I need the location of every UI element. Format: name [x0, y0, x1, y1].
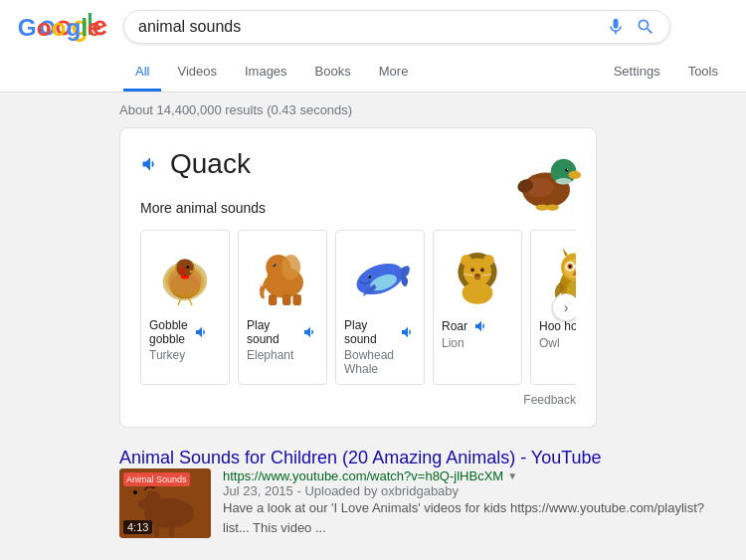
speaker-icon-lion[interactable]: [473, 318, 489, 334]
lion-image: [443, 241, 512, 310]
knowledge-card: Quack More animal sounds: [119, 127, 597, 428]
duck-image: [506, 138, 586, 218]
speaker-icon-elephant[interactable]: [302, 324, 318, 340]
speaker-icon-main[interactable]: [140, 154, 160, 174]
result-item-1: Animal Sounds for Children (20 Amazing A…: [119, 448, 716, 538]
svg-point-39: [463, 281, 493, 303]
svg-point-27: [273, 264, 274, 265]
thumb-site-label: Animal Sounds: [123, 472, 190, 486]
animal-card-whale[interactable]: Play sound Bowhead Whale: [335, 230, 425, 385]
result-with-thumb-1: Animal Sounds 4:13 https://www.youtube.c…: [119, 468, 716, 538]
svg-point-3: [568, 171, 581, 179]
svg-point-7: [567, 169, 568, 170]
tab-settings[interactable]: Settings: [602, 54, 672, 92]
animal-card-lion[interactable]: Roar Lion: [433, 230, 522, 385]
svg-point-16: [177, 261, 194, 278]
svg-point-38: [483, 255, 494, 266]
tab-books[interactable]: Books: [303, 54, 363, 92]
svg-rect-30: [293, 294, 301, 305]
svg-point-25: [281, 255, 301, 280]
result-thumb-1[interactable]: Animal Sounds 4:13: [119, 468, 211, 538]
result-title-1: Animal Sounds for Children (20 Amazing A…: [119, 448, 716, 468]
search-bar[interactable]: [123, 10, 670, 44]
svg-point-43: [481, 269, 483, 271]
tab-tools[interactable]: Tools: [676, 54, 730, 92]
elephant-name: Elephant: [247, 348, 318, 362]
owl-sound: Hoo hoo: [539, 319, 576, 333]
dropdown-arrow-1[interactable]: ▼: [507, 470, 517, 481]
svg-point-44: [474, 274, 480, 278]
svg-rect-29: [282, 294, 290, 305]
result-snippet-1: Have a look at our 'I Love Animals' vide…: [223, 498, 716, 537]
speaker-icon-whale[interactable]: [400, 324, 416, 340]
elephant-sound: Play sound: [247, 318, 296, 346]
tab-videos[interactable]: Videos: [165, 54, 229, 92]
svg-marker-49: [562, 248, 568, 256]
elephant-sound-row: Play sound: [247, 318, 318, 346]
animal-card-elephant[interactable]: Play sound Elephant: [238, 230, 327, 385]
svg-point-4: [556, 178, 572, 184]
svg-point-10: [546, 204, 559, 210]
next-button[interactable]: ›: [552, 293, 576, 321]
svg-point-19: [186, 266, 189, 269]
main-sound-label: Quack: [170, 148, 251, 180]
owl-name: Owl: [539, 336, 576, 350]
tab-more[interactable]: More: [367, 54, 421, 92]
svg-point-42: [471, 269, 473, 271]
svg-rect-65: [169, 525, 174, 537]
svg-rect-28: [269, 294, 277, 305]
lion-sound: Roar: [442, 319, 467, 333]
result-url-1: https://www.youtube.com/watch?v=h8Q-jlHB…: [223, 468, 716, 483]
speaker-icon-turkey[interactable]: [194, 324, 210, 340]
svg-point-34: [368, 276, 369, 277]
svg-rect-64: [154, 525, 159, 537]
search-results: Animal Sounds for Children (20 Amazing A…: [119, 448, 716, 560]
mic-icon[interactable]: [606, 17, 626, 37]
elephant-image: [248, 241, 317, 310]
nav-tabs: All Videos Images Books More Settings To…: [16, 54, 730, 92]
search-input[interactable]: [138, 18, 598, 36]
svg-point-26: [273, 264, 277, 268]
tab-images[interactable]: Images: [233, 54, 299, 92]
whale-sound: Play sound: [344, 318, 394, 346]
svg-point-66: [133, 490, 137, 494]
result-link-1[interactable]: Animal Sounds for Children (20 Amazing A…: [119, 448, 602, 467]
results-count: About 14,400,000 results (0.43 seconds): [0, 93, 746, 127]
animal-card-turkey[interactable]: Gobblegobble Turkey: [140, 230, 230, 385]
animals-grid: Gobblegobble Turkey: [140, 230, 576, 385]
content: Quack More animal sounds: [0, 127, 746, 560]
lion-sound-row: Roar: [442, 318, 513, 334]
whale-sound-row: Play sound: [344, 318, 416, 346]
lion-name: Lion: [442, 336, 513, 350]
svg-point-37: [461, 255, 471, 266]
svg-point-56: [569, 266, 572, 269]
result-meta-1: Jul 23, 2015 - Uploaded by oxbridgababy: [223, 483, 716, 498]
whale-image: [345, 241, 415, 310]
turkey-sound-row: Gobblegobble: [149, 318, 221, 346]
feedback-link[interactable]: Feedback: [140, 393, 576, 407]
turkey-name: Turkey: [149, 348, 221, 362]
nav-right: Settings Tools: [602, 54, 730, 92]
svg-point-17: [181, 275, 189, 279]
owl-sound-row: Hoo hoo: [539, 318, 576, 334]
header-top: Google: [16, 10, 730, 54]
search-icon[interactable]: [636, 17, 655, 37]
whale-name: Bowhead Whale: [344, 348, 416, 376]
result-text-1: https://www.youtube.com/watch?v=h8Q-jlHB…: [223, 468, 716, 537]
turkey-sound: Gobblegobble: [149, 318, 188, 346]
svg-point-18: [180, 268, 184, 275]
header: Google All Videos Images Books More: [0, 0, 746, 93]
google-logo: Google: [16, 11, 107, 44]
thumb-duration: 4:13: [123, 520, 152, 534]
svg-text:Google: Google: [18, 13, 101, 40]
turkey-image: [150, 241, 220, 310]
tab-all[interactable]: All: [123, 54, 161, 92]
